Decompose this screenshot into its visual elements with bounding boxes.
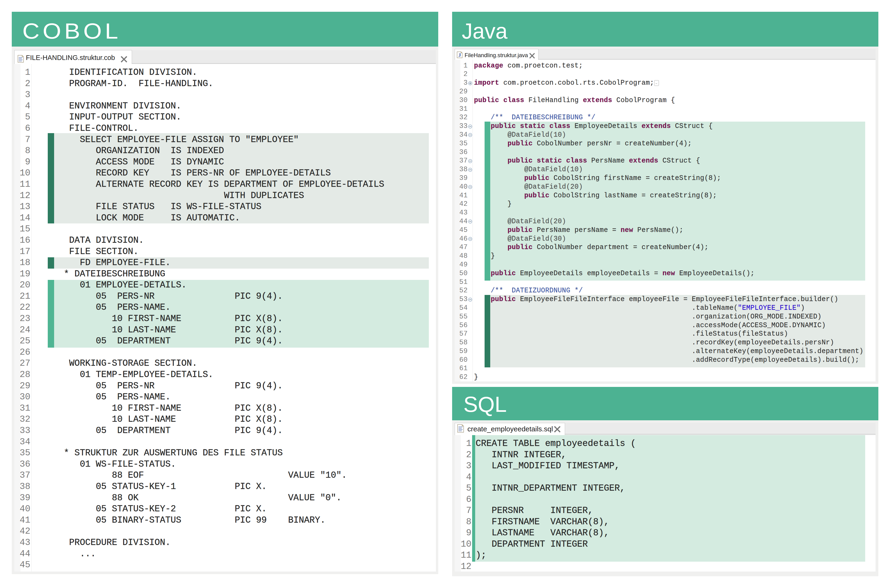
svg-text:J: J xyxy=(459,52,461,58)
